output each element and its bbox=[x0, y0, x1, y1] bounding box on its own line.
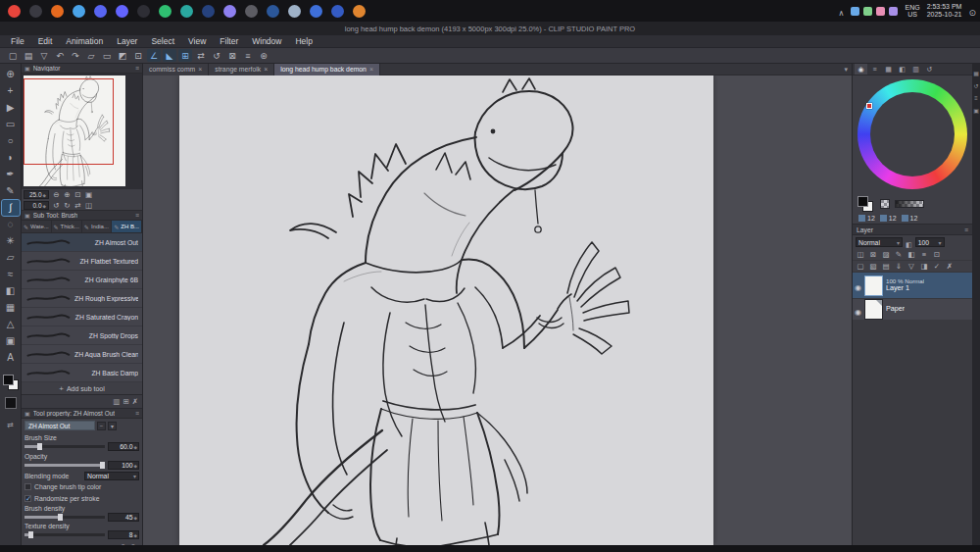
gradient-tool-icon[interactable]: ▦ bbox=[2, 300, 20, 316]
randomize-checkbox[interactable] bbox=[24, 495, 31, 502]
layer-panel-header[interactable]: Layer bbox=[853, 225, 972, 235]
firefox-icon[interactable] bbox=[51, 5, 64, 18]
files-app-icon[interactable] bbox=[288, 5, 301, 18]
green-app-icon[interactable] bbox=[159, 5, 172, 18]
menu-item[interactable]: Select bbox=[144, 36, 181, 46]
navigator-header[interactable]: Navigator bbox=[22, 64, 142, 74]
paper-layer-thumbnail[interactable] bbox=[864, 299, 883, 320]
color-wheel-tab-icon[interactable]: ◉ bbox=[855, 64, 867, 75]
color-set-tab-icon[interactable]: ▦ bbox=[882, 64, 895, 75]
notes-app-icon[interactable] bbox=[331, 5, 344, 18]
new-subtool-icon[interactable]: ⊞ bbox=[122, 397, 128, 406]
subtool-group-tab[interactable]: India... bbox=[82, 221, 113, 232]
main-color-swatch[interactable] bbox=[3, 375, 14, 385]
save-icon[interactable]: ▽ bbox=[37, 49, 51, 62]
menu-item[interactable]: Animation bbox=[59, 36, 110, 46]
subview-panel-icon[interactable]: ▣ bbox=[973, 107, 979, 114]
pencil-tool-icon[interactable]: ✎ bbox=[2, 183, 20, 199]
preset-chip[interactable]: ZH Almost Out bbox=[24, 421, 95, 430]
close-icon[interactable] bbox=[198, 66, 202, 73]
pokeball-app-icon[interactable] bbox=[8, 5, 21, 18]
figure-tool-icon[interactable]: △ bbox=[2, 317, 20, 332]
stepper-icon[interactable] bbox=[134, 514, 137, 521]
subtool-item[interactable]: ZH Grainphyte 6B bbox=[22, 271, 142, 289]
discord-icon[interactable] bbox=[94, 5, 107, 18]
rotate-left-icon[interactable]: ↺ bbox=[51, 200, 62, 210]
new-raster-layer-icon[interactable]: ▢ bbox=[855, 261, 866, 272]
hue-marker[interactable] bbox=[866, 103, 872, 109]
move-tool-icon[interactable]: + bbox=[2, 83, 20, 99]
history-panel-icon[interactable]: ↺ bbox=[973, 82, 978, 89]
main-color-swatches[interactable] bbox=[2, 374, 20, 391]
transfer-down-icon[interactable]: ⇓ bbox=[893, 261, 905, 272]
brush-size-value[interactable]: 60.0 bbox=[108, 442, 139, 451]
subtool-item[interactable]: ZH Rough Expressive B bbox=[22, 289, 142, 308]
stepper-icon[interactable] bbox=[134, 531, 137, 538]
word-icon[interactable] bbox=[267, 5, 279, 18]
decoration-tool-icon[interactable]: ✳ bbox=[2, 233, 20, 249]
menu-item[interactable]: View bbox=[181, 36, 213, 46]
set-as-draft-icon[interactable]: ✎ bbox=[893, 249, 905, 260]
ruler-range-icon[interactable]: ≡ bbox=[918, 249, 930, 260]
subtool-item[interactable]: ZH Basic Damp bbox=[22, 364, 142, 382]
preset-minus-button[interactable]: − bbox=[97, 422, 106, 430]
undo-icon[interactable]: ↶ bbox=[53, 49, 67, 62]
enable-mask-icon[interactable]: ◧ bbox=[906, 249, 917, 260]
snap-ruler-icon[interactable]: ∠ bbox=[147, 49, 161, 62]
delete-subtool-icon[interactable]: ✗ bbox=[132, 397, 138, 406]
settings-icon[interactable]: ⊛ bbox=[257, 49, 270, 62]
navigator-thumbnail[interactable] bbox=[24, 75, 125, 186]
menu-item[interactable]: Layer bbox=[110, 36, 144, 46]
close-icon[interactable] bbox=[369, 66, 373, 73]
tray-blue-icon[interactable] bbox=[851, 7, 859, 16]
tab-list-menu-icon[interactable]: ▾ bbox=[844, 66, 852, 74]
snap-grid-icon[interactable]: ⊞ bbox=[178, 49, 192, 62]
brush-density-value[interactable]: 45 bbox=[108, 513, 139, 522]
main-color-swatch[interactable] bbox=[858, 196, 868, 207]
material-panel-icon[interactable]: ▦ bbox=[973, 70, 979, 76]
menu-item[interactable]: File bbox=[4, 36, 31, 46]
subtool-group-tab[interactable]: Wate... bbox=[22, 221, 52, 232]
deselect-icon[interactable]: ▭ bbox=[100, 49, 114, 62]
navigator-view-rect[interactable] bbox=[24, 78, 114, 165]
zoom-value[interactable]: 25.0 bbox=[24, 190, 49, 199]
subtool-item[interactable]: ZH Almost Out bbox=[22, 233, 142, 252]
menu-item[interactable]: Window bbox=[245, 36, 288, 46]
compass-app-icon[interactable] bbox=[353, 5, 366, 18]
snap-special-ruler-icon[interactable]: ◣ bbox=[163, 49, 176, 62]
stepper-icon[interactable] bbox=[43, 191, 46, 198]
opacity-slider[interactable] bbox=[24, 464, 105, 467]
subtool-header[interactable]: Sub Tool: Brush bbox=[22, 211, 142, 221]
info-panel-icon[interactable]: ≡ bbox=[974, 95, 978, 101]
blue-app-icon[interactable] bbox=[310, 5, 322, 18]
reset-rotate-icon[interactable]: ↺ bbox=[210, 49, 223, 62]
add-subtool-button[interactable]: Add sub tool bbox=[22, 382, 142, 395]
clock[interactable]: 2:53:53 PM 2025-10-21 bbox=[927, 3, 962, 18]
clock-app-icon[interactable] bbox=[137, 5, 150, 18]
layer-thumbnail[interactable] bbox=[864, 276, 883, 296]
subtool-item[interactable]: ZH Spotty Drops bbox=[22, 326, 142, 345]
document-tab[interactable]: strange merfolk bbox=[209, 64, 274, 75]
approx-color-tab-icon[interactable]: ▥ bbox=[909, 64, 922, 75]
flip-canvas-icon[interactable]: ⇄ bbox=[194, 49, 208, 62]
zoom-tool-icon[interactable]: ⊕ bbox=[2, 67, 20, 82]
lasso-tool-icon[interactable]: ○ bbox=[2, 133, 20, 149]
tip-color-checkbox[interactable] bbox=[24, 483, 31, 490]
eraser-tool-icon[interactable]: ▱ bbox=[2, 250, 20, 266]
subtool-item[interactable]: ZH Flatbet Textured bbox=[22, 252, 142, 271]
create-mask-icon[interactable]: ◨ bbox=[918, 261, 930, 272]
lock-layer-icon[interactable]: ⊠ bbox=[867, 249, 879, 260]
red-value[interactable]: 12 bbox=[858, 215, 875, 222]
actual-size-icon[interactable]: ▣ bbox=[83, 189, 94, 199]
panel-menu-icon[interactable] bbox=[135, 212, 139, 219]
switch-colors-icon[interactable] bbox=[7, 414, 14, 431]
new-canvas-icon[interactable]: ▢ bbox=[6, 49, 20, 62]
photoshop-icon[interactable] bbox=[202, 5, 215, 18]
zoom-out-icon[interactable]: ⊖ bbox=[51, 189, 62, 199]
redo-icon[interactable]: ↷ bbox=[69, 49, 82, 62]
fill-tool-icon[interactable]: ◧ bbox=[2, 283, 20, 299]
bluebird-app-icon[interactable] bbox=[73, 5, 85, 18]
text-tool-icon[interactable]: A bbox=[2, 350, 20, 366]
subtool-item[interactable]: ZH Saturated Crayon bbox=[22, 308, 142, 326]
green-value[interactable]: 12 bbox=[880, 215, 897, 222]
